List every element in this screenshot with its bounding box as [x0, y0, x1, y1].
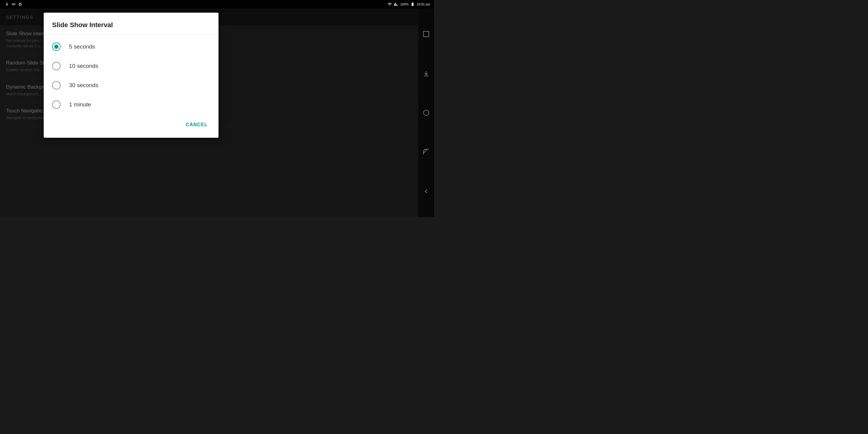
option-label-5-seconds: 5 seconds — [69, 43, 95, 50]
status-bar-right: 100% 10:01 pm — [388, 2, 430, 6]
link-icon — [11, 2, 16, 6]
usb-icon — [5, 2, 9, 6]
wifi-icon — [388, 2, 392, 6]
option-1-minute[interactable]: 1 minute — [44, 95, 218, 114]
status-time: 10:01 pm — [416, 2, 430, 6]
radio-1-minute — [52, 100, 61, 109]
bug-icon — [18, 2, 22, 6]
dialog-title: Slide Show Interval — [44, 13, 218, 35]
status-bar: 100% 10:01 pm — [0, 0, 434, 8]
radio-inner-5-seconds — [54, 44, 59, 49]
signal-icon — [394, 2, 398, 6]
option-label-1-minute: 1 minute — [69, 101, 91, 108]
option-5-seconds[interactable]: 5 seconds — [44, 37, 218, 56]
cancel-button[interactable]: CANCEL — [181, 119, 213, 130]
slide-show-interval-dialog: Slide Show Interval 5 seconds 10 seconds… — [44, 13, 218, 138]
dialog-options: 5 seconds 10 seconds 30 seconds 1 minute — [44, 35, 218, 117]
option-10-seconds[interactable]: 10 seconds — [44, 56, 218, 76]
radio-5-seconds — [52, 42, 61, 51]
battery-percentage: 100% — [400, 2, 409, 6]
battery-icon — [410, 2, 415, 6]
option-30-seconds[interactable]: 30 seconds — [44, 76, 218, 95]
option-label-30-seconds: 30 seconds — [69, 82, 98, 89]
radio-10-seconds — [52, 62, 61, 70]
option-label-10-seconds: 10 seconds — [69, 63, 98, 69]
dialog-actions: CANCEL — [44, 117, 218, 135]
radio-30-seconds — [52, 81, 61, 90]
status-bar-left-icons — [5, 2, 22, 6]
